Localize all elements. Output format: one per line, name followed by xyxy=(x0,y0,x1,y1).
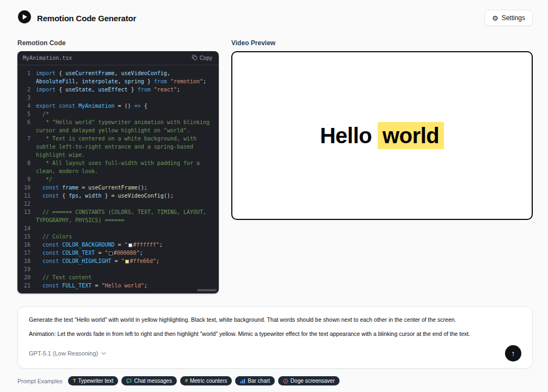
code-token: = xyxy=(95,250,104,256)
code-token: #ffe66d" xyxy=(130,258,156,264)
code-token: import xyxy=(36,70,56,76)
code-token: frame xyxy=(62,185,78,191)
code-line: 5 /* xyxy=(17,110,214,118)
code-token: fps xyxy=(69,193,78,199)
example-pill-label: Typewriter text xyxy=(78,378,113,384)
code-token: = xyxy=(115,242,125,248)
model-selector-label: GPT-5.1 (Low Reasoning) xyxy=(29,350,98,357)
bar-chart-icon xyxy=(240,378,245,384)
code-token: { xyxy=(141,103,147,109)
code-text: export const MyAnimation = () => { xyxy=(36,102,214,110)
color-swatch-icon xyxy=(128,243,132,247)
copy-button[interactable]: Copy xyxy=(190,53,213,63)
example-pill-bar-chart[interactable]: Bar chart xyxy=(235,376,275,385)
line-number: 1 xyxy=(17,69,30,85)
line-number: 4 xyxy=(17,102,30,110)
code-text xyxy=(36,265,214,273)
example-pills: TTypewriter textChat messages#Metric cou… xyxy=(68,376,340,385)
submit-button[interactable]: ↑ xyxy=(505,345,521,362)
prompt-line-2: Animation: Let the words fade in from le… xyxy=(29,330,521,337)
code-line: 13 // ====== CONSTANTS (COLORS, TEXT, TI… xyxy=(17,208,214,224)
brand: Remotion Code Generator xyxy=(17,10,136,26)
code-line: 20 // Text content xyxy=(17,273,214,281)
gear-icon: ⚙ xyxy=(492,15,498,22)
color-swatch-icon xyxy=(109,252,113,255)
preview-column: Video Preview Hello world xyxy=(231,26,533,220)
code-token: , xyxy=(75,78,82,84)
example-pill-chat-messages[interactable]: Chat messages xyxy=(121,376,176,385)
code-token: useState xyxy=(65,87,91,93)
code-token: ; xyxy=(144,283,147,289)
chat-icon xyxy=(126,378,132,384)
code-text: * All layout uses full-width with paddin… xyxy=(36,159,214,175)
code-token: (); xyxy=(164,193,174,199)
code-line: 11 const { fps, width } = useVideoConfig… xyxy=(17,192,214,200)
code-token: ; xyxy=(177,87,180,93)
line-number: 6 xyxy=(17,118,30,134)
code-token: width xyxy=(85,193,101,199)
code-token: // Text content xyxy=(36,274,91,280)
code-line: 3 xyxy=(17,94,214,102)
code-text: const COLOR_TEXT = "#000000"; xyxy=(36,249,214,257)
code-token: , xyxy=(91,87,98,93)
code-token: const xyxy=(42,250,59,256)
code-token: // ====== CONSTANTS (COLORS, TEXT, TIMIN… xyxy=(36,209,210,223)
line-number: 9 xyxy=(17,175,30,183)
preview-text-plain: Hello xyxy=(320,124,378,148)
settings-button[interactable]: ⚙ Settings xyxy=(484,10,533,26)
line-number: 17 xyxy=(17,249,30,257)
code-text: // Text content xyxy=(36,273,214,281)
code-token: ; xyxy=(140,250,143,256)
code-token: COLOR_TEXT xyxy=(62,250,95,256)
code-text: // ====== CONSTANTS (COLORS, TEXT, TIMIN… xyxy=(36,208,214,224)
code-line: 8 * All layout uses full-width with padd… xyxy=(17,159,214,175)
line-number: 11 xyxy=(17,192,30,200)
code-token: { xyxy=(56,87,65,93)
code-line: 12 xyxy=(17,200,214,208)
code-line: 10 const frame = useCurrentFrame(); xyxy=(17,183,214,192)
line-number: 13 xyxy=(17,208,30,224)
video-preview: Hello world xyxy=(231,51,533,220)
color-swatch-icon xyxy=(125,260,129,264)
code-line: 15 // Colors xyxy=(17,232,214,241)
code-token xyxy=(36,201,39,207)
filename: MyAnimation.tsx xyxy=(23,55,72,61)
code-line: 7 * Text is centered on a white backgrou… xyxy=(17,134,214,159)
example-pill-typewriter-text[interactable]: TTypewriter text xyxy=(68,376,119,385)
preview-section-label: Video Preview xyxy=(231,39,533,47)
model-selector[interactable]: GPT-5.1 (Low Reasoning) xyxy=(29,350,106,357)
editor-scrollbar[interactable] xyxy=(197,289,217,291)
page-title: Remotion Code Generator xyxy=(37,14,136,23)
code-token xyxy=(36,225,39,231)
code-token: } = xyxy=(101,193,118,199)
chevron-down-icon xyxy=(101,352,106,355)
code-token: = xyxy=(112,258,121,264)
code-line: 18 const COLOR_HIGHLIGHT = "#ffe66d"; xyxy=(17,257,214,265)
line-number: 21 xyxy=(17,281,30,290)
code-token: */ xyxy=(36,176,52,182)
example-pill-doge-screensaver[interactable]: Doge screensaver xyxy=(278,376,340,385)
code-token: useVideoConfig xyxy=(118,193,164,199)
code-text: const COLOR_HIGHLIGHT = "#ffe66d"; xyxy=(36,257,214,265)
example-pill-metric-counters[interactable]: #Metric counters xyxy=(180,376,232,385)
code-token xyxy=(36,185,42,191)
code-text: * "Hello world" typewriter animation wit… xyxy=(36,118,214,134)
code-token: (); xyxy=(138,185,147,191)
code-token: AbsoluteFill xyxy=(36,78,75,84)
line-number: 20 xyxy=(17,273,30,281)
code-editor: MyAnimation.tsx Copy 1import { useCurren… xyxy=(17,51,219,293)
code-line: 9 */ xyxy=(17,175,214,183)
line-number: 19 xyxy=(17,265,30,273)
code-token: " xyxy=(125,242,128,248)
line-number: 8 xyxy=(17,159,30,175)
code-text: const FULL_TEXT = "Hello world"; xyxy=(36,281,214,290)
code-line: 6 * "Hello world" typewriter animation w… xyxy=(17,118,214,134)
code-token: * Text is centered on a white background… xyxy=(36,136,200,158)
code-text: import { useCurrentFrame, useVideoConfig… xyxy=(36,69,214,85)
code-line: 19 xyxy=(17,265,214,273)
app: Remotion Code Generator ⚙ Settings Remot… xyxy=(0,0,548,385)
code-token: { xyxy=(56,70,65,76)
code-token: import xyxy=(36,87,56,93)
prompt-examples-label: Prompt Examples xyxy=(17,378,63,384)
line-number: 5 xyxy=(17,110,30,118)
